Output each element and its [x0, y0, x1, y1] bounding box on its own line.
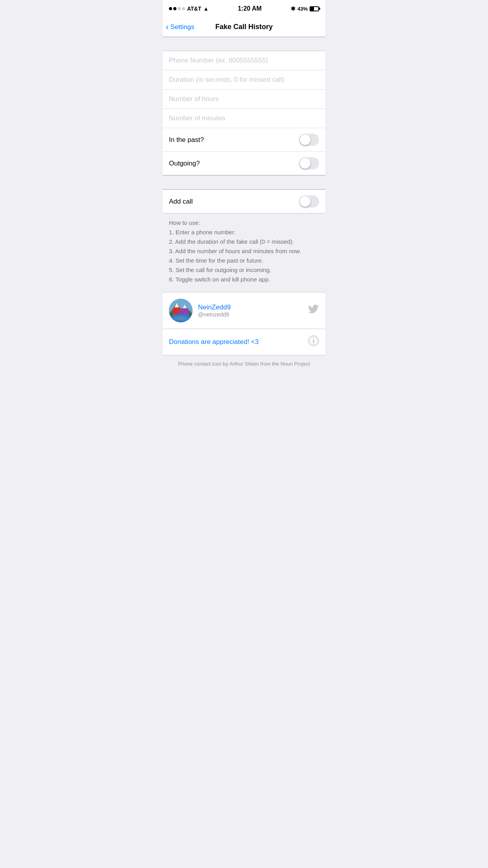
- compass-icon[interactable]: [308, 335, 319, 349]
- minutes-row: [163, 109, 325, 128]
- chevron-left-icon: ‹: [166, 23, 169, 31]
- duration-input[interactable]: [169, 76, 319, 84]
- instruction-step-6: 6. Toggle switch on and kill phone app.: [169, 275, 319, 284]
- carrier-label: AT&T: [187, 6, 201, 12]
- signal-dots: [169, 7, 185, 10]
- instruction-step-1: 1. Enter a phone number.: [169, 228, 319, 237]
- input-fields-card: In the past? Outgoing?: [163, 51, 325, 175]
- bluetooth-icon: ✱: [291, 6, 295, 12]
- donations-text: Donations are appreciated! <3: [169, 338, 259, 346]
- in-the-past-toggle[interactable]: [299, 134, 319, 146]
- back-label: Settings: [170, 23, 194, 31]
- in-the-past-label: In the past?: [169, 136, 204, 144]
- signal-dot-1: [169, 7, 172, 10]
- profile-handle: @neinzedd9: [198, 311, 303, 318]
- outgoing-thumb: [300, 158, 310, 169]
- profile-info: NeinZedd9 @neinzedd9: [198, 303, 303, 318]
- signal-dot-3: [178, 7, 181, 10]
- instruction-step-2: 2. Add the duration of the fake call (0 …: [169, 237, 319, 246]
- twitter-icon[interactable]: [308, 305, 319, 316]
- outgoing-label: Outgoing?: [169, 160, 200, 167]
- back-button[interactable]: ‹ Settings: [166, 23, 194, 31]
- add-call-thumb: [300, 196, 310, 207]
- middle-section-separator: [163, 175, 325, 189]
- phone-number-input[interactable]: [169, 57, 319, 64]
- instructions-section: How to use: 1. Enter a phone number. 2. …: [163, 213, 325, 292]
- in-the-past-thumb: [300, 134, 310, 145]
- add-call-label: Add call: [169, 198, 193, 206]
- phone-number-row: [163, 51, 325, 70]
- battery-percent: 43%: [297, 6, 308, 12]
- top-section-separator: [163, 37, 325, 51]
- hours-input[interactable]: [169, 95, 319, 103]
- instruction-step-3: 3. Add the number of hours and minutes f…: [169, 246, 319, 256]
- signal-dot-2: [173, 7, 176, 10]
- profile-section[interactable]: NeinZedd9 @neinzedd9: [163, 292, 325, 329]
- signal-dot-4: [182, 7, 185, 10]
- footer-text: Phone contact icon by Arthur Shlain from…: [178, 361, 310, 367]
- nav-bar: ‹ Settings Fake Call History: [163, 17, 325, 37]
- battery-fill: [310, 7, 314, 11]
- instructions-title: How to use:: [169, 218, 319, 228]
- add-call-row: Add call: [163, 190, 325, 213]
- footer: Phone contact icon by Arthur Shlain from…: [163, 355, 325, 379]
- donations-section[interactable]: Donations are appreciated! <3: [163, 329, 325, 355]
- minutes-input[interactable]: [169, 114, 319, 122]
- page-title: Fake Call History: [215, 23, 273, 31]
- wifi-icon: ▲: [203, 6, 209, 12]
- status-bar: AT&T ▲ 1:20 AM ✱ 43%: [163, 0, 325, 17]
- hours-row: [163, 90, 325, 109]
- instruction-step-4: 4. Set the time for the past or future.: [169, 256, 319, 265]
- duration-row: [163, 70, 325, 90]
- svg-point-11: [174, 316, 188, 320]
- battery-icon: [310, 6, 319, 11]
- profile-name: NeinZedd9: [198, 303, 303, 311]
- instruction-step-5: 5. Set the call for outgoing or incoming…: [169, 265, 319, 275]
- status-right: ✱ 43%: [291, 6, 319, 12]
- outgoing-toggle[interactable]: [299, 157, 319, 169]
- avatar-image: [169, 299, 193, 322]
- status-left: AT&T ▲: [169, 6, 209, 12]
- outgoing-row: Outgoing?: [163, 152, 325, 175]
- status-time: 1:20 AM: [238, 5, 262, 12]
- avatar: [169, 299, 193, 322]
- add-call-toggle[interactable]: [299, 195, 319, 208]
- in-the-past-row: In the past?: [163, 128, 325, 152]
- add-call-section: Add call: [163, 189, 325, 213]
- svg-point-16: [313, 340, 314, 342]
